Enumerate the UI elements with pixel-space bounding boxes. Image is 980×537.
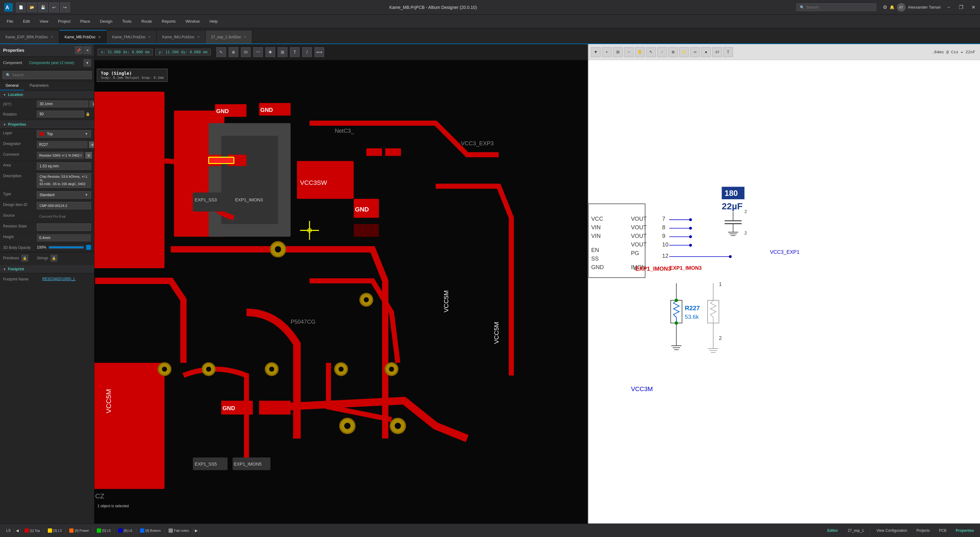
y-input[interactable] xyxy=(89,100,94,107)
sch-wire[interactable]: ⟋ xyxy=(657,47,667,57)
panel-pin-btn[interactable]: 📌 xyxy=(75,46,83,54)
rotation-lock[interactable]: 🔒 xyxy=(84,111,91,117)
minimize-button[interactable]: − xyxy=(945,3,953,12)
save-icon[interactable]: 💾 xyxy=(38,2,48,12)
tab-brk[interactable]: Kame_EXP_BRK.PcbDoc ✕ xyxy=(0,30,59,43)
notifications-icon[interactable]: 🔔 xyxy=(889,5,894,10)
designator-icon[interactable]: ⊕ xyxy=(89,141,94,148)
props-search-box[interactable]: 🔍 xyxy=(2,71,92,79)
menu-tools[interactable]: Tools xyxy=(118,18,136,25)
pcb-tool-measure[interactable]: ⟺ xyxy=(314,47,324,57)
layer-power[interactable]: [4] Power xyxy=(65,527,93,534)
maximize-button[interactable]: ❐ xyxy=(957,3,965,12)
menu-help[interactable]: Help xyxy=(205,18,222,25)
comment-input[interactable] xyxy=(37,152,84,159)
tab-fmu-close[interactable]: ✕ xyxy=(148,35,151,39)
layer-next-btn[interactable]: ▶ xyxy=(193,528,200,533)
pcb-btn[interactable]: PCB xyxy=(936,527,950,534)
pcb-tool-zoom[interactable]: ⊕ xyxy=(229,47,239,57)
schematic-svg[interactable]: VCC VIN VIN EN SS GND VOUT VOUT VOUT VOU… xyxy=(589,60,980,524)
menu-view[interactable]: View xyxy=(35,18,52,25)
tab-mb[interactable]: Kame_MB.PcbDoc ✕ xyxy=(59,30,107,43)
undo-icon[interactable]: ↩ xyxy=(49,2,59,12)
view-config-btn[interactable]: View Configuration xyxy=(873,527,910,534)
menu-edit[interactable]: Edit xyxy=(19,18,34,25)
menu-reports[interactable]: Reports xyxy=(158,18,180,25)
footprint-name-value[interactable]: RESC0402(1005)_L xyxy=(40,275,91,283)
menu-design[interactable]: Design xyxy=(95,18,116,25)
pcb-tool-select[interactable]: ↖ xyxy=(216,47,226,57)
pcb-tool-3d[interactable]: 3D xyxy=(241,47,251,57)
menu-file[interactable]: File xyxy=(2,18,18,25)
designator-input[interactable] xyxy=(37,141,88,148)
sch-junction[interactable]: ● xyxy=(701,47,711,57)
layer-l5[interactable]: [5] L5 xyxy=(93,527,115,534)
tab-sch[interactable]: 27_exp_1.SchDoc ✕ xyxy=(205,30,252,43)
sch-filter-btn[interactable]: ▼ xyxy=(591,47,601,57)
pcb-tool-component[interactable]: ⊞ xyxy=(278,47,288,57)
sch-component[interactable]: ⊕ xyxy=(668,47,678,57)
filter-btn[interactable]: ▼ xyxy=(84,59,91,67)
schematic-panel[interactable]: ▼ + ⊞ − ✋ ↖ ⟋ ⊕ ⚡ ═ ● 🏷 T .64ms @ Css = … xyxy=(588,44,980,524)
sch-zoom-fit[interactable]: ⊞ xyxy=(613,47,623,57)
sch-power[interactable]: ⚡ xyxy=(679,47,689,57)
sch-zoom-in[interactable]: + xyxy=(602,47,612,57)
schematic-content[interactable]: VCC VIN VIN EN SS GND VOUT VOUT VOUT VOU… xyxy=(589,60,980,524)
tab-fmu[interactable]: Kame_FMU.PcbDoc ✕ xyxy=(107,30,157,43)
layer-prev-btn[interactable]: ◀ xyxy=(14,528,21,533)
open-icon[interactable]: 📂 xyxy=(27,2,37,12)
type-value[interactable]: Standard ▼ xyxy=(37,191,91,199)
layer-l3[interactable]: [3] L3 xyxy=(44,527,66,534)
x-input[interactable] xyxy=(37,100,88,107)
close-button[interactable]: ✕ xyxy=(969,3,978,12)
section-properties[interactable]: ▼ Properties xyxy=(0,121,94,129)
tab-mb-close[interactable]: ✕ xyxy=(98,35,101,39)
pcb-tool-route[interactable]: 〰 xyxy=(253,47,263,57)
global-search-input[interactable] xyxy=(806,5,861,10)
menu-place[interactable]: Place xyxy=(76,18,95,25)
layer-l6[interactable]: [6] L6 xyxy=(115,527,136,534)
pcb-tool-place[interactable]: ✚ xyxy=(266,47,275,57)
tab-imu[interactable]: Kame_IMU.PcbDoc ✕ xyxy=(157,30,205,43)
pcb-canvas[interactable]: x: 31.900 dx: 0.000 mm y: 11.500 dy: 0.0… xyxy=(94,44,588,524)
tab-general[interactable]: General xyxy=(0,81,24,91)
comment-icon[interactable]: ⊕ xyxy=(85,152,92,159)
ls-indicator[interactable]: LS xyxy=(3,527,14,534)
designator-row: Designator ⊕ xyxy=(0,139,94,150)
height-input[interactable] xyxy=(37,234,91,242)
panel-close-btn[interactable]: ✕ xyxy=(84,46,91,54)
tab-sch-close[interactable]: ✕ xyxy=(243,35,247,39)
props-search-input[interactable] xyxy=(12,73,88,77)
pcb-tool-text[interactable]: T xyxy=(290,47,300,57)
section-footprint[interactable]: ▼ Footprint xyxy=(0,265,94,273)
rotation-input[interactable] xyxy=(37,111,84,117)
sch-bus[interactable]: ═ xyxy=(690,47,700,57)
tab-brk-close[interactable]: ✕ xyxy=(51,35,53,39)
redo-icon[interactable]: ↪ xyxy=(60,2,70,12)
sch-zoom-out[interactable]: − xyxy=(624,47,634,57)
primitives-lock[interactable]: 🔒 xyxy=(21,255,28,261)
new-icon[interactable]: 📄 xyxy=(16,2,26,12)
pcb-tool-line[interactable]: / xyxy=(302,47,312,57)
menu-project[interactable]: Project xyxy=(54,18,75,25)
layer-bottom[interactable]: [8] Bottom xyxy=(136,527,165,534)
sch-select[interactable]: ↖ xyxy=(646,47,656,57)
layer-top[interactable]: [1] Top xyxy=(21,527,44,534)
sch-label[interactable]: 🏷 xyxy=(712,47,722,57)
pcb-visualization[interactable]: VCC3SW GND GND VCC5M xyxy=(94,60,588,524)
layer-fab[interactable]: Fab notes xyxy=(165,527,193,534)
menu-window[interactable]: Window xyxy=(181,18,204,25)
sch-text[interactable]: T xyxy=(723,47,733,57)
section-location[interactable]: ▼ Location xyxy=(0,91,94,99)
strings-lock[interactable]: 🔒 xyxy=(51,255,57,261)
settings-icon[interactable]: ⚙ xyxy=(883,4,887,10)
properties-btn[interactable]: Properties xyxy=(953,527,977,534)
layer-value[interactable]: Top ▼ xyxy=(37,130,91,138)
menu-route[interactable]: Route xyxy=(137,18,156,25)
opacity-slider-handle[interactable] xyxy=(86,245,91,250)
tab-imu-close[interactable]: ✕ xyxy=(197,35,200,39)
global-search-box[interactable]: 🔍 xyxy=(797,3,876,11)
tab-parameters[interactable]: Parameters xyxy=(24,81,54,91)
projects-btn[interactable]: Projects xyxy=(913,527,933,534)
sch-pan[interactable]: ✋ xyxy=(635,47,645,57)
